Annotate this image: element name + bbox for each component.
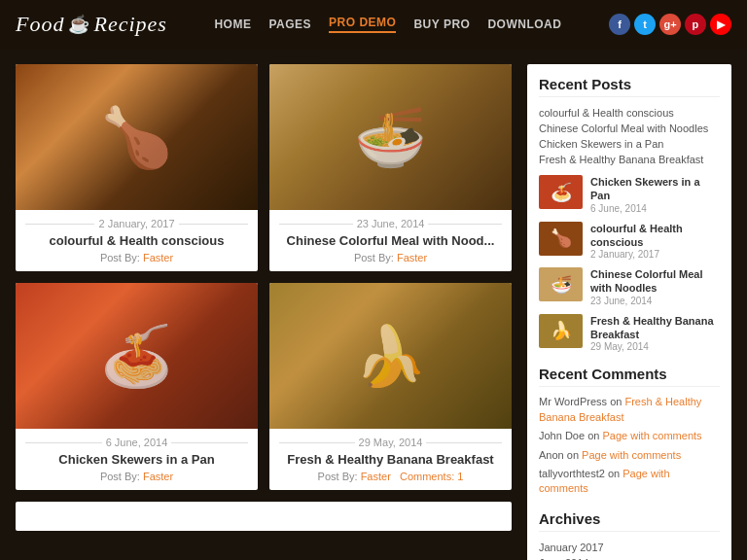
posts-grid: 🍗 2 January, 2017 colourful & Health con… (16, 64, 512, 490)
post-title-3: Chicken Skewers in a Pan (25, 452, 248, 467)
post-date-2: 23 June, 2014 (279, 218, 502, 229)
post-meta-1: Post By: Faster (25, 252, 248, 263)
comment-on-4: on (608, 468, 622, 479)
list-item: 🍗 colourful & Health conscious 2 January… (539, 222, 720, 261)
sidebar-recent-title: Recent Posts (539, 76, 720, 97)
post-body-4: 29 May, 2014 Fresh & Healthy Banana Brea… (269, 429, 512, 490)
logo[interactable]: Food ☕ Recipes (16, 12, 167, 37)
thumb-info-4: Fresh & Healthy Banana Breakfast 29 May,… (590, 314, 720, 353)
sidebar-recent-posts: Recent Posts colourful & Health consciou… (539, 76, 720, 352)
logo-text-2: Recipes (93, 12, 166, 37)
post-date-1: 2 January, 2017 (25, 218, 248, 229)
thumb-title-2: colourful & Health conscious (590, 222, 720, 250)
post-image-3: 🍝 (16, 283, 258, 429)
nav-pro-demo[interactable]: PRO DEMO (329, 16, 396, 33)
comment-link-3[interactable]: Page with comments (582, 449, 681, 461)
comment-user-2[interactable]: John Doe (539, 430, 585, 441)
comment-entry: Anon on Page with comments (539, 448, 720, 463)
post-author-2[interactable]: Faster (397, 252, 427, 263)
twitter-icon[interactable]: t (634, 14, 656, 35)
post-card[interactable]: 🍜 23 June, 2014 Chinese Colorful Meal wi… (269, 64, 512, 271)
post-by-label-4: Post By: (318, 471, 358, 482)
thumb-image-4: 🍌 (539, 314, 583, 348)
food-emoji-4: 🍌 (354, 322, 427, 391)
thumb-title-1: Chicken Skewers in a Pan (590, 175, 720, 203)
recent-links-list: colourful & Health conscious Chinese Col… (539, 105, 720, 167)
recent-link[interactable]: Chicken Skewers in a Pan (539, 138, 663, 150)
post-title-4: Fresh & Healthy Banana Breakfast (279, 452, 502, 467)
list-item: 🍌 Fresh & Healthy Banana Breakfast 29 Ma… (539, 314, 720, 353)
social-icons: f t g+ p ▶ (609, 14, 731, 35)
sidebar: Recent Posts colourful & Health consciou… (527, 64, 731, 560)
post-title-1: colourful & Health conscious (25, 233, 248, 248)
food-emoji-2: 🍜 (354, 103, 427, 172)
logo-icon: ☕ (68, 14, 89, 35)
sidebar-recent-comments: Recent Comments Mr WordPress on Fresh & … (539, 366, 720, 496)
sidebar-comments-title: Recent Comments (539, 366, 720, 387)
comment-entry: John Doe on Page with comments (539, 429, 720, 443)
thumb-date-2: 2 January, 2017 (590, 249, 720, 260)
comment-entry: Mr WordPress on Fresh & Healthy Banana B… (539, 395, 720, 425)
post-meta-2: Post By: Faster (279, 252, 502, 263)
logo-text-1: Food (16, 12, 64, 37)
facebook-icon[interactable]: f (609, 14, 630, 35)
post-card[interactable]: 🍌 29 May, 2014 Fresh & Healthy Banana Br… (269, 283, 512, 490)
thumb-emoji-1: 🍝 (551, 182, 572, 203)
food-emoji-3: 🍝 (100, 322, 173, 391)
post-comments-4: Comments: 1 (400, 471, 463, 482)
post-title-2: Chinese Colorful Meal with Nood... (279, 233, 502, 248)
recent-link[interactable]: Fresh & Healthy Banana Breakfast (539, 154, 703, 165)
comment-user-1[interactable]: Mr WordPress (539, 396, 607, 407)
post-body-1: 2 January, 2017 colourful & Health consc… (16, 210, 258, 271)
sidebar-archives-title: Archives (539, 510, 720, 532)
comment-entry: tallyvorthtest2 on Page with comments (539, 467, 720, 497)
comment-user-3[interactable]: Anon (539, 449, 564, 461)
thumb-date-1: 6 June, 2014 (590, 203, 720, 214)
recent-link[interactable]: colourful & Health conscious (539, 107, 674, 119)
recent-link[interactable]: Chinese Colorful Meal with Noodles (539, 122, 708, 134)
post-author-1[interactable]: Faster (143, 252, 173, 263)
recent-thumb-list: 🍝 Chicken Skewers in a Pan 6 June, 2014 … (539, 175, 720, 352)
content-area: 🍗 2 January, 2017 colourful & Health con… (16, 64, 512, 560)
thumb-title-3: Chinese Colorful Meal with Noodles (590, 267, 720, 296)
thumb-info-1: Chicken Skewers in a Pan 6 June, 2014 (590, 175, 720, 214)
post-image-2: 🍜 (269, 64, 512, 210)
post-image-1: 🍗 (16, 64, 258, 210)
googleplus-icon[interactable]: g+ (659, 14, 681, 35)
list-item: Fresh & Healthy Banana Breakfast (539, 152, 720, 167)
nav-download[interactable]: DOWNLOAD (487, 18, 561, 31)
list-item: Chinese Colorful Meal with Noodles (539, 121, 720, 136)
list-item: Chicken Skewers in a Pan (539, 136, 720, 152)
list-item: 🍝 Chicken Skewers in a Pan 6 June, 2014 (539, 175, 720, 214)
post-card[interactable]: 🍗 2 January, 2017 colourful & Health con… (16, 64, 258, 271)
thumb-title-4: Fresh & Healthy Banana Breakfast (590, 314, 720, 342)
youtube-icon[interactable]: ▶ (710, 14, 731, 35)
post-author-3[interactable]: Faster (143, 471, 173, 482)
nav-buy-pro[interactable]: BUY PRO (413, 18, 470, 31)
post-meta-3: Post By: Faster (25, 471, 248, 482)
main-nav: HOME PAGES PRO DEMO BUY PRO DOWNLOAD (214, 16, 561, 33)
comment-user-4[interactable]: tallyvorthtest2 (539, 468, 605, 479)
post-card[interactable]: 🍝 6 June, 2014 Chicken Skewers in a Pan … (16, 283, 258, 490)
thumb-date-4: 29 May, 2014 (590, 341, 720, 352)
list-item: colourful & Health conscious (539, 105, 720, 121)
thumb-emoji-3: 🍜 (551, 274, 572, 296)
thumb-image-3: 🍜 (539, 267, 583, 301)
post-by-label-3: Post By: (100, 471, 140, 482)
comment-link-2[interactable]: Page with comments (602, 430, 701, 441)
post-body-3: 6 June, 2014 Chicken Skewers in a Pan Po… (16, 429, 258, 490)
list-item: 🍜 Chinese Colorful Meal with Noodles 23 … (539, 267, 720, 306)
archive-link[interactable]: January 2017 (539, 542, 604, 553)
post-body-2: 23 June, 2014 Chinese Colorful Meal with… (269, 210, 512, 271)
food-emoji-1: 🍗 (100, 103, 173, 172)
post-image-4: 🍌 (269, 283, 512, 429)
list-item: January 2017 (539, 540, 720, 555)
nav-pages[interactable]: PAGES (268, 18, 311, 31)
comment-on-3: on (567, 449, 582, 461)
thumb-emoji-4: 🍌 (551, 320, 572, 341)
pinterest-icon[interactable]: p (685, 14, 706, 35)
comment-on-1: on (610, 396, 624, 407)
thumb-info-2: colourful & Health conscious 2 January, … (590, 222, 720, 261)
nav-home[interactable]: HOME (214, 18, 251, 31)
post-author-4[interactable]: Faster (361, 471, 391, 482)
